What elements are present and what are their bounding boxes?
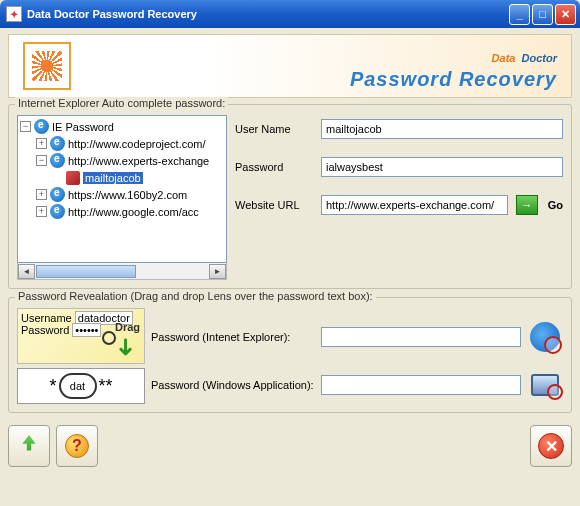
autocomplete-group: Internet Explorer Auto complete password… (8, 104, 572, 289)
banner-word1: Data (492, 52, 516, 64)
window-title: Data Doctor Password Recovery (27, 8, 507, 20)
ie-icon (34, 119, 49, 134)
help-icon: ? (65, 434, 89, 458)
tree-item[interactable]: http://www.experts-exchange (68, 155, 209, 167)
titlebar: ✦ Data Doctor Password Recovery _ □ ✕ (0, 0, 580, 28)
app-icon: ✦ (6, 6, 22, 22)
tree-item-selected[interactable]: mailtojacob (83, 172, 143, 184)
exit-button[interactable]: ✕ (530, 425, 572, 467)
ie-icon (50, 153, 65, 168)
tree-item[interactable]: https://www.160by2.com (68, 189, 187, 201)
maximize-button[interactable]: □ (532, 4, 553, 25)
tree-item[interactable]: http://www.codeproject.com/ (68, 138, 206, 150)
scroll-right-button[interactable]: ► (209, 264, 226, 279)
minimize-button[interactable]: _ (509, 4, 530, 25)
url-field[interactable]: http://www.experts-exchange.com/ (321, 195, 508, 215)
go-arrow-icon[interactable]: → (516, 195, 538, 215)
url-label: Website URL (235, 199, 313, 211)
ie-icon (50, 187, 65, 202)
banner: Data Doctor Password Recovery (8, 34, 572, 98)
ie-icon (50, 136, 65, 151)
password-label: Password (235, 161, 313, 173)
tree-scrollbar[interactable]: ◄ ► (17, 263, 227, 280)
logo-icon (23, 42, 71, 90)
close-icon: ✕ (538, 433, 564, 459)
banner-subtitle: Password Recovery (83, 68, 557, 91)
ie-password-field[interactable] (321, 327, 521, 347)
revealation-group-label: Password Revealation (Drag and drop Lens… (15, 290, 376, 302)
ie-password-label: Password (Intenet Explorer): (151, 331, 315, 343)
save-button[interactable] (8, 425, 50, 467)
app-magnify-icon[interactable] (527, 368, 563, 402)
password-field[interactable]: ialwaysbest (321, 157, 563, 177)
win-password-field[interactable] (321, 375, 521, 395)
help-button[interactable]: ? (56, 425, 98, 467)
autocomplete-group-label: Internet Explorer Auto complete password… (15, 97, 228, 109)
go-button[interactable]: Go (548, 199, 563, 211)
file-icon (66, 171, 80, 185)
tree-root[interactable]: IE Password (52, 121, 114, 133)
revealation-group: Password Revealation (Drag and drop Lens… (8, 297, 572, 413)
instruction-thumbnail: Username datadoctor Password •••••• Drag… (17, 308, 145, 404)
zoom-lens-icon[interactable]: dat (59, 373, 97, 399)
banner-word2: Doctor (522, 52, 557, 64)
password-tree[interactable]: −IE Password +http://www.codeproject.com… (17, 115, 227, 263)
ie-magnify-icon[interactable] (527, 320, 563, 354)
username-field[interactable]: mailtojacob (321, 119, 563, 139)
username-label: User Name (235, 123, 313, 135)
win-password-label: Password (Windows Application): (151, 379, 315, 391)
close-button[interactable]: ✕ (555, 4, 576, 25)
ie-icon (50, 204, 65, 219)
scroll-thumb[interactable] (36, 265, 136, 278)
tree-item[interactable]: http://www.google.com/acc (68, 206, 199, 218)
scroll-left-button[interactable]: ◄ (18, 264, 35, 279)
save-icon (18, 435, 40, 457)
